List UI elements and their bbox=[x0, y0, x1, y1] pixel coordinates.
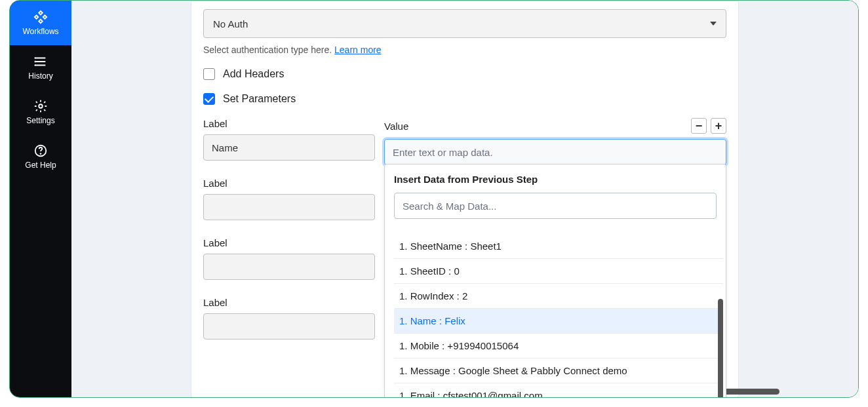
set-parameters-checkbox[interactable] bbox=[203, 93, 215, 105]
help-icon bbox=[33, 144, 48, 158]
workflow-icon bbox=[33, 10, 48, 24]
data-item[interactable]: 1. Name : Felix bbox=[394, 308, 723, 333]
label-heading: Label bbox=[203, 178, 375, 189]
auth-helper-text: Select authentication type here. Learn m… bbox=[203, 45, 726, 55]
svg-point-3 bbox=[39, 104, 43, 108]
sidebar-item-label: Get Help bbox=[25, 161, 56, 170]
row-controls: − + bbox=[691, 118, 726, 134]
sidebar-item-label: Workflows bbox=[22, 27, 58, 36]
history-icon bbox=[33, 54, 48, 69]
param-label-input[interactable] bbox=[203, 254, 375, 280]
data-picker-dropdown: Insert Data from Previous Step 1. SheetN… bbox=[384, 164, 726, 397]
label-heading: Label bbox=[203, 237, 375, 248]
add-headers-checkbox[interactable] bbox=[203, 68, 215, 80]
auth-type-select[interactable]: No Auth bbox=[203, 9, 726, 38]
add-headers-row: Add Headers bbox=[203, 68, 726, 80]
auth-type-value: No Auth bbox=[213, 18, 248, 29]
data-item[interactable]: 1. Message : Google Sheet & Pabbly Conne… bbox=[394, 358, 723, 383]
config-card: No Auth Select authentication type here.… bbox=[191, 1, 739, 397]
value-heading: Value bbox=[384, 121, 408, 132]
label-heading: Label bbox=[203, 297, 375, 308]
set-parameters-row: Set Parameters bbox=[203, 93, 726, 105]
sidebar: Workflows History Settings Get Help bbox=[10, 1, 71, 397]
sidebar-item-label: Settings bbox=[26, 116, 54, 125]
add-row-button[interactable]: + bbox=[711, 118, 726, 134]
param-label-input[interactable] bbox=[203, 194, 375, 220]
sidebar-item-label: History bbox=[28, 71, 52, 81]
label-heading: Label bbox=[203, 118, 375, 129]
main-area: No Auth Select authentication type here.… bbox=[71, 1, 858, 397]
data-item[interactable]: 1. Email : cfstest001@gmail.com bbox=[394, 383, 723, 397]
svg-point-1 bbox=[35, 61, 36, 62]
gear-icon bbox=[33, 99, 48, 113]
svg-point-0 bbox=[35, 58, 36, 59]
add-headers-label: Add Headers bbox=[223, 68, 284, 80]
app-frame: Workflows History Settings Get Help No A… bbox=[9, 0, 859, 398]
dropdown-scrollbar[interactable] bbox=[718, 299, 723, 397]
label-column: Label Label Label Label bbox=[203, 118, 375, 339]
sidebar-item-settings[interactable]: Settings bbox=[10, 90, 71, 134]
data-item[interactable]: 1. RowIndex : 2 bbox=[394, 283, 723, 308]
data-picker-title: Insert Data from Previous Step bbox=[394, 174, 723, 185]
remove-row-button[interactable]: − bbox=[691, 118, 707, 134]
data-picker-list: 1. SheetName : Sheet1 1. SheetID : 0 1. … bbox=[394, 233, 723, 397]
chevron-down-icon bbox=[710, 22, 717, 26]
param-label-input[interactable] bbox=[203, 313, 375, 339]
sidebar-item-workflows[interactable]: Workflows bbox=[10, 1, 71, 45]
data-item[interactable]: 1. SheetName : Sheet1 bbox=[394, 233, 723, 258]
data-item[interactable]: 1. Mobile : +919940015064 bbox=[394, 333, 723, 358]
data-item[interactable]: 1. SheetID : 0 bbox=[394, 258, 723, 283]
learn-more-link[interactable]: Learn more bbox=[334, 45, 382, 55]
parameters-row: Label Label Label Label bbox=[203, 118, 726, 339]
param-label-input[interactable] bbox=[203, 134, 375, 161]
sidebar-item-history[interactable]: History bbox=[10, 45, 71, 90]
svg-point-2 bbox=[35, 65, 36, 66]
set-parameters-label: Set Parameters bbox=[223, 93, 296, 105]
data-picker-search[interactable] bbox=[394, 193, 717, 219]
sidebar-item-get-help[interactable]: Get Help bbox=[10, 134, 71, 179]
svg-point-5 bbox=[40, 153, 41, 155]
param-value-input[interactable] bbox=[384, 139, 726, 165]
